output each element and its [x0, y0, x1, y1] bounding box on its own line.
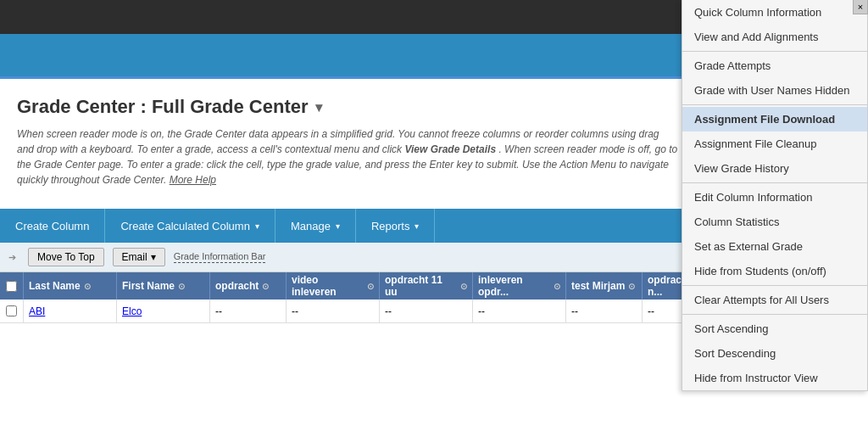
manage-button[interactable]: Manage ▾	[275, 209, 356, 243]
menu-item-column-statistics[interactable]: Column Statistics	[682, 210, 867, 234]
td-inleveren: --	[473, 300, 566, 322]
student-last-name-link[interactable]: ABI	[29, 305, 45, 317]
separator-2	[682, 104, 867, 105]
student-first-name-link[interactable]: Elco	[122, 305, 142, 317]
create-column-button[interactable]: Create Column	[0, 209, 105, 243]
menu-item-clear-attempts[interactable]: Clear Attempts for All Users	[682, 288, 867, 312]
create-calc-caret: ▾	[255, 221, 259, 231]
separator-1	[682, 51, 867, 52]
td-last-name: ABI	[24, 300, 117, 322]
menu-item-grade-attempts[interactable]: Grade Attempts	[682, 53, 867, 78]
context-menu-close-button[interactable]: ×	[853, 0, 868, 14]
menu-item-sort-descending[interactable]: Sort Descending	[682, 341, 867, 366]
context-menu: × Quick Column Information View and Add …	[682, 0, 868, 391]
menu-item-quick-column-info[interactable]: Quick Column Information	[682, 0, 867, 25]
test-sort-icon[interactable]: ⊙	[628, 282, 635, 291]
email-button[interactable]: Email ▾	[113, 248, 165, 266]
page-description: When screen reader mode is on, the Grade…	[17, 126, 678, 188]
separator-5	[682, 314, 867, 315]
row-checkbox[interactable]	[6, 305, 17, 316]
menu-item-assignment-file-download[interactable]: Assignment File Download	[682, 107, 867, 132]
menu-item-hide-from-instructor[interactable]: Hide from Instructor View	[682, 366, 867, 390]
th-inleveren-opdr: inleveren opdr... ⊙	[473, 272, 566, 300]
separator-4	[682, 285, 867, 286]
menu-item-view-grade-history[interactable]: View Grade History	[682, 156, 867, 181]
td-opdracht11: --	[380, 300, 473, 322]
menu-item-set-external-grade[interactable]: Set as External Grade	[682, 234, 867, 259]
menu-item-view-add-alignments[interactable]: View and Add Alignments	[682, 25, 867, 49]
td-opdracht: --	[210, 300, 287, 322]
menu-item-assignment-file-cleanup[interactable]: Assignment File Cleanup	[682, 132, 867, 156]
video-sort-icon[interactable]: ⊙	[367, 282, 374, 291]
select-all-checkbox[interactable]	[6, 281, 17, 292]
th-video-inleveren: video inleveren ⊙	[287, 272, 380, 300]
reports-caret: ▾	[415, 221, 419, 231]
th-first-name: First Name ⊙	[117, 272, 210, 300]
opdracht-sort-icon[interactable]: ⊙	[262, 282, 269, 291]
menu-item-sort-ascending[interactable]: Sort Ascending	[682, 316, 867, 341]
td-video: --	[287, 300, 380, 322]
reports-button[interactable]: Reports ▾	[356, 209, 436, 243]
th-last-name: Last Name ⊙	[24, 272, 117, 300]
email-caret: ▾	[151, 251, 156, 263]
menu-item-grade-user-names-hidden[interactable]: Grade with User Names Hidden	[682, 78, 867, 103]
td-test: --	[566, 300, 643, 322]
manage-caret: ▾	[336, 221, 340, 231]
th-checkbox	[0, 272, 24, 300]
first-name-sort-icon[interactable]: ⊙	[178, 282, 185, 291]
menu-item-edit-column-info[interactable]: Edit Column Information	[682, 185, 867, 210]
td-first-name: Elco	[117, 300, 210, 322]
grade-info-bar-label: Grade Information Bar	[174, 251, 266, 263]
th-opdracht-11: opdracht 11 uu ⊙	[380, 272, 473, 300]
menu-item-hide-from-students[interactable]: Hide from Students (on/off)	[682, 259, 867, 283]
create-calculated-column-button[interactable]: Create Calculated Column ▾	[105, 209, 275, 243]
th-opdracht: opdracht ⊙	[210, 272, 287, 300]
separator-3	[682, 182, 867, 183]
more-help-link[interactable]: More Help	[170, 174, 216, 186]
td-checkbox	[0, 300, 24, 322]
move-to-top-button[interactable]: Move To Top	[28, 248, 104, 266]
opdracht11-sort-icon[interactable]: ⊙	[460, 282, 467, 291]
last-name-sort-icon[interactable]: ⊙	[84, 282, 91, 291]
inleveren-sort-icon[interactable]: ⊙	[554, 282, 560, 291]
title-dropdown-arrow[interactable]: ▾	[315, 99, 322, 115]
move-arrow-icon: ➔	[8, 252, 16, 263]
th-test-mirjam: test Mirjam ⊙	[566, 272, 643, 300]
